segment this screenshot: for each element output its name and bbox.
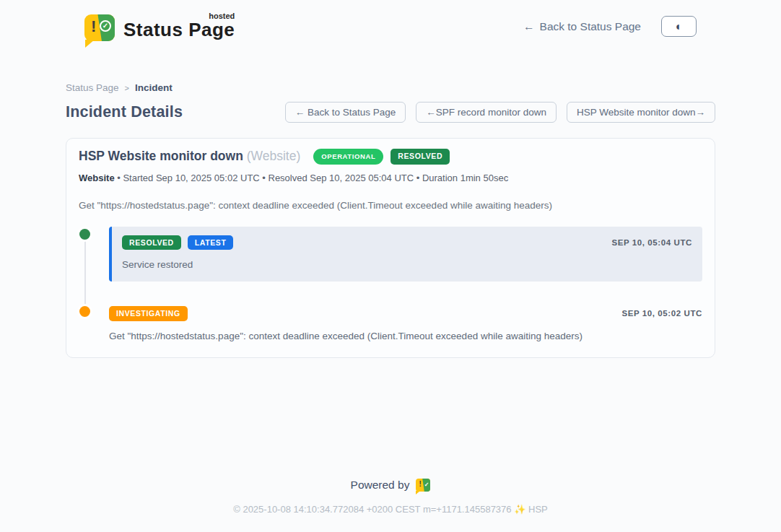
breadcrumb: Status Page > Incident bbox=[66, 82, 715, 93]
check-circle-icon: ✓ bbox=[100, 20, 111, 32]
meta-details: • Started Sep 10, 2025 05:02 UTC • Resol… bbox=[115, 173, 509, 183]
next-incident-button[interactable]: HSP Website monitor down→ bbox=[567, 102, 715, 123]
timeline-message: Get "https://hostedstatus.page": context… bbox=[109, 331, 702, 341]
breadcrumb-separator: > bbox=[125, 84, 129, 92]
copyright-brand: HSP bbox=[528, 504, 548, 515]
meta-component-name: Website bbox=[79, 173, 115, 183]
logo-bubble-tail bbox=[85, 40, 95, 48]
page-title: Incident Details bbox=[66, 103, 183, 121]
hsp-logo-icon: ! ✓ bbox=[416, 479, 430, 492]
timeline-timestamp: SEP 10, 05:04 UTC bbox=[611, 238, 692, 247]
breadcrumb-incident: Incident bbox=[135, 82, 173, 93]
incident-card: HSP Website monitor down (Website) OPERA… bbox=[66, 138, 715, 358]
left-arrow-icon: ← bbox=[523, 20, 535, 33]
incident-component: (Website) bbox=[247, 149, 301, 163]
status-badge-resolved: RESOLVED bbox=[390, 149, 450, 165]
exclamation-icon: ! bbox=[91, 17, 96, 36]
title-row: Incident Details ← Back to Status Page←S… bbox=[66, 102, 715, 123]
timeline-badges: INVESTIGATING bbox=[109, 306, 188, 321]
mini-check-icon: ✓ bbox=[424, 481, 429, 488]
timeline-badges: RESOLVEDLATEST bbox=[122, 235, 233, 250]
timeline-item: INVESTIGATING SEP 10, 05:02 UTC Get "htt… bbox=[79, 304, 702, 341]
status-badge-operational: OPERATIONAL bbox=[313, 149, 383, 165]
check-glyph: ✓ bbox=[102, 22, 108, 30]
timeline-badge-resolved: RESOLVED bbox=[122, 235, 181, 250]
timeline-item: RESOLVEDLATEST SEP 10, 05:04 UTC Service… bbox=[79, 227, 702, 282]
timeline: RESOLVEDLATEST SEP 10, 05:04 UTC Service… bbox=[79, 227, 702, 341]
logo-brand-text: Status Page bbox=[123, 19, 235, 40]
prev-incident-button[interactable]: ←SPF record monitor down bbox=[416, 102, 557, 123]
timeline-message: Service restored bbox=[122, 259, 692, 270]
statuspage-logo-icon: ! ✓ bbox=[84, 14, 115, 41]
contrast-icon: ◐ bbox=[676, 21, 683, 32]
logo-text-wrap: hosted Status Page bbox=[123, 12, 235, 41]
logo[interactable]: ! ✓ hosted Status Page bbox=[84, 12, 235, 41]
breadcrumb-status-page[interactable]: Status Page bbox=[66, 82, 119, 93]
timeline-head: RESOLVEDLATEST SEP 10, 05:04 UTC bbox=[122, 235, 692, 250]
theme-toggle-button[interactable]: ◐ bbox=[661, 16, 697, 37]
timeline-badge-investigating: INVESTIGATING bbox=[109, 306, 188, 321]
timeline-status-dot bbox=[79, 306, 90, 317]
incident-meta: Website • Started Sep 10, 2025 05:02 UTC… bbox=[79, 173, 702, 183]
incident-status-badges: OPERATIONALRESOLVED bbox=[313, 149, 450, 165]
back-link-label: Back to Status Page bbox=[540, 20, 641, 33]
main-content: Status Page > Incident Incident Details … bbox=[66, 82, 715, 358]
incident-title-text: HSP Website monitor down bbox=[79, 149, 243, 163]
incident-card-header: HSP Website monitor down (Website) OPERA… bbox=[79, 149, 702, 165]
mini-exclamation-icon: ! bbox=[419, 480, 421, 488]
site-footer: Powered by ! ✓ © 2025-10-08 14:10:34.772… bbox=[0, 479, 781, 532]
timeline-rail bbox=[79, 304, 109, 341]
timeline-timestamp: SEP 10, 05:02 UTC bbox=[621, 309, 702, 318]
powered-by-link[interactable]: Powered by ! ✓ bbox=[0, 479, 781, 492]
incident-title: HSP Website monitor down (Website) bbox=[79, 149, 300, 164]
logo-superscript: hosted bbox=[209, 12, 235, 20]
back-to-status-page-link[interactable]: ← Back to Status Page bbox=[523, 20, 641, 33]
timeline-content: INVESTIGATING SEP 10, 05:02 UTC Get "htt… bbox=[109, 304, 702, 341]
timeline-head: INVESTIGATING SEP 10, 05:02 UTC bbox=[109, 306, 702, 321]
timeline-content: RESOLVEDLATEST SEP 10, 05:04 UTC Service… bbox=[109, 227, 702, 282]
copyright-line: © 2025-10-08 14:10:34.772084 +0200 CEST … bbox=[0, 504, 781, 515]
copyright-text: © 2025-10-08 14:10:34.772084 +0200 CEST … bbox=[233, 504, 511, 515]
timeline-badge-latest: LATEST bbox=[188, 235, 234, 250]
header-actions: ← Back to Status Page ◐ bbox=[523, 16, 697, 37]
timeline-rail bbox=[79, 227, 109, 282]
mini-logo-tail bbox=[416, 491, 420, 494]
powered-by-label: Powered by bbox=[351, 479, 410, 492]
sparkles-icon: ✨ bbox=[514, 504, 525, 515]
timeline-connector-line bbox=[84, 241, 86, 310]
incident-description: Get "https://hostedstatus.page": context… bbox=[79, 200, 702, 211]
back-to-status-page-button[interactable]: ← Back to Status Page bbox=[285, 102, 406, 123]
incident-nav-buttons: ← Back to Status Page←SPF record monitor… bbox=[285, 102, 715, 123]
timeline-status-dot bbox=[79, 229, 90, 240]
site-header: ! ✓ hosted Status Page ← Back to Status … bbox=[0, 0, 781, 41]
